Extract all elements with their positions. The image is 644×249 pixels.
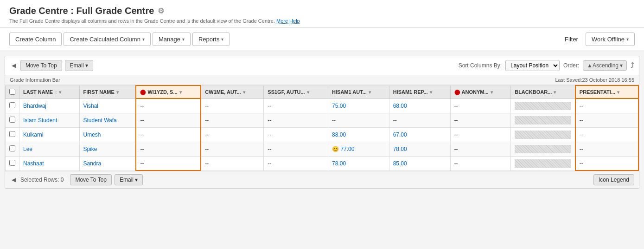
grade-panel: ◀ Move To Top Email ▾ Sort Columns By: L… (5, 56, 639, 189)
first-name-link[interactable]: Vishal (83, 103, 98, 109)
hisam1-rep-score-link[interactable]: 68.00 (393, 103, 407, 109)
bottom-email-caret-icon: ▾ (135, 177, 138, 183)
first-name-link[interactable]: Umesh (83, 131, 101, 138)
cell-last-name: Bhardwaj (19, 98, 80, 113)
panel-arrow-left[interactable]: ◀ (10, 61, 18, 70)
select-all-checkbox[interactable] (9, 89, 15, 95)
cell-blackboar (511, 113, 575, 127)
bottom-bar-right: Icon Legend (593, 174, 634, 185)
ss1gf-menu-icon[interactable]: ▾ (307, 90, 309, 95)
order-select[interactable]: ▲Ascending ▾ (583, 60, 627, 71)
panel-email-button[interactable]: Email ▾ (65, 60, 93, 71)
bottom-arrow-left[interactable]: ◀ (10, 176, 18, 184)
panel-move-to-top-button[interactable]: Move To Top (20, 60, 62, 71)
main-content: ◀ Move To Top Email ▾ Sort Columns By: L… (0, 51, 644, 193)
reports-button[interactable]: Reports ▾ (192, 33, 230, 46)
cell-presentati: -- (575, 113, 638, 127)
cell-first-name: Umesh (79, 127, 136, 142)
work-offline-caret: ▾ (626, 37, 629, 42)
cell-presentati: -- (575, 156, 638, 170)
last-name-link[interactable]: Bhardwaj (23, 103, 46, 109)
cell-ss1gf: -- (264, 127, 328, 142)
icon-legend-button[interactable]: Icon Legend (593, 174, 634, 185)
sort-columns-select[interactable]: Layout Position (505, 60, 560, 71)
hisam1-aut-score-link[interactable]: 78.00 (332, 160, 346, 167)
bottom-bar: ◀ Selected Rows: 0 Move To Top Email ▾ I… (5, 171, 639, 188)
hisam1-aut-menu-icon[interactable]: ▾ (369, 90, 371, 95)
last-name-link[interactable]: Islam Student (23, 117, 57, 124)
table-row: LeeSpike------😊 77.0078.00---- (6, 142, 639, 156)
hisam1-rep-score-link[interactable]: 78.00 (393, 146, 407, 152)
cell-anonym: -- (450, 127, 511, 142)
cell-cw1me: -- (201, 156, 263, 170)
hisam1-aut-score-link[interactable]: 88.00 (332, 131, 346, 138)
create-column-button[interactable]: Create Column (9, 33, 62, 46)
cell-hisam1-aut: 88.00 (328, 127, 389, 142)
cell-anonym: -- (450, 98, 511, 113)
blackboar-menu-icon[interactable]: ▾ (554, 90, 556, 95)
manage-button[interactable]: Manage ▾ (153, 33, 191, 46)
cell-first-name: Spike (79, 142, 136, 156)
striped-cell-pattern (515, 116, 571, 124)
presentati-menu-icon[interactable]: ▾ (617, 90, 619, 95)
cell-first-name: Sandra (79, 156, 136, 170)
email-caret-icon: ▾ (85, 62, 88, 69)
wi1yzd-menu-icon[interactable]: ▾ (179, 90, 182, 95)
row-checkbox-cell (6, 127, 19, 142)
cell-ss1gf: -- (264, 98, 328, 113)
first-name-menu-icon[interactable]: ▾ (116, 90, 119, 95)
row-checkbox[interactable] (9, 145, 15, 151)
page-title: Grade Centre : Full Grade Centre ⚙ (9, 6, 635, 16)
table-row: BhardwajVishal------75.0068.00---- (6, 98, 639, 113)
cell-cw1me: -- (201, 142, 263, 156)
first-name-link[interactable]: Student Wafa (83, 117, 117, 124)
anonym-menu-icon[interactable]: ▾ (491, 90, 493, 95)
cell-hisam1-rep: 67.00 (389, 127, 450, 142)
cell-wi1yzd: -- (136, 98, 201, 113)
first-name-link[interactable]: Sandra (83, 160, 102, 167)
page-header: Grade Centre : Full Grade Centre ⚙ The F… (0, 0, 644, 28)
row-checkbox[interactable] (9, 131, 15, 137)
cell-wi1yzd: -- (136, 127, 201, 142)
hisam1-aut-score-link[interactable]: 😊 77.00 (332, 146, 354, 152)
bottom-move-to-top-button[interactable]: Move To Top (70, 174, 112, 185)
last-name-link[interactable]: Lee (23, 146, 32, 152)
th-presentati: PRESENTATI... ▾ (575, 85, 638, 98)
last-saved: Last Saved:23 October 2018 16:55 (555, 77, 634, 83)
first-name-link[interactable]: Spike (83, 146, 97, 152)
row-checkbox-cell (6, 113, 19, 127)
filter-link[interactable]: Filter (565, 36, 578, 43)
last-name-link[interactable]: Kulkarni (23, 131, 43, 138)
bottom-email-button[interactable]: Email ▾ (115, 174, 143, 185)
cell-presentati: -- (575, 127, 638, 142)
expand-icon[interactable]: ⤴ (631, 61, 634, 70)
cell-cw1me: -- (201, 127, 263, 142)
th-blackboar: BLACKBOAR... ▾ (511, 85, 575, 98)
cw1me-menu-icon[interactable]: ▾ (243, 90, 245, 95)
row-checkbox-cell (6, 98, 19, 113)
row-checkbox[interactable] (9, 160, 15, 166)
last-name-link[interactable]: Nashaat (23, 160, 44, 167)
sort-columns-label: Sort Columns By: (459, 62, 502, 69)
hisam1-aut-score-link[interactable]: 75.00 (332, 103, 346, 109)
cell-hisam1-rep: 68.00 (389, 98, 450, 113)
row-checkbox-cell (6, 142, 19, 156)
hisam1-rep-score-link[interactable]: 67.00 (393, 131, 407, 138)
th-cw1me: CW1ME, AUT... ▾ (201, 85, 263, 98)
th-hisam1-aut: HISAM1 AUT... ▾ (328, 85, 389, 98)
row-checkbox[interactable] (9, 117, 15, 123)
hisam1-rep-score-link[interactable]: 85.00 (393, 160, 407, 167)
hisam1-rep-menu-icon[interactable]: ▾ (430, 90, 432, 95)
create-calculated-column-button[interactable]: Create Calculated Column ▾ (64, 33, 150, 46)
last-name-menu-icon[interactable]: ▾ (59, 90, 61, 95)
th-first-name: FIRST NAME ▾ (79, 85, 136, 98)
th-ss1gf: SS1GF, AUTU... ▾ (264, 85, 328, 98)
cell-hisam1-aut: 78.00 (328, 156, 389, 170)
cell-presentati: -- (575, 142, 638, 156)
more-help-link[interactable]: More Help (276, 18, 300, 24)
work-offline-button[interactable]: Work Offline ▾ (586, 33, 635, 46)
row-checkbox[interactable] (9, 102, 15, 108)
cell-wi1yzd: -- (136, 113, 201, 127)
last-name-sort-icon: ↕ (55, 90, 57, 95)
grade-info-bar: Grade Information Bar Last Saved:23 Octo… (5, 75, 639, 85)
